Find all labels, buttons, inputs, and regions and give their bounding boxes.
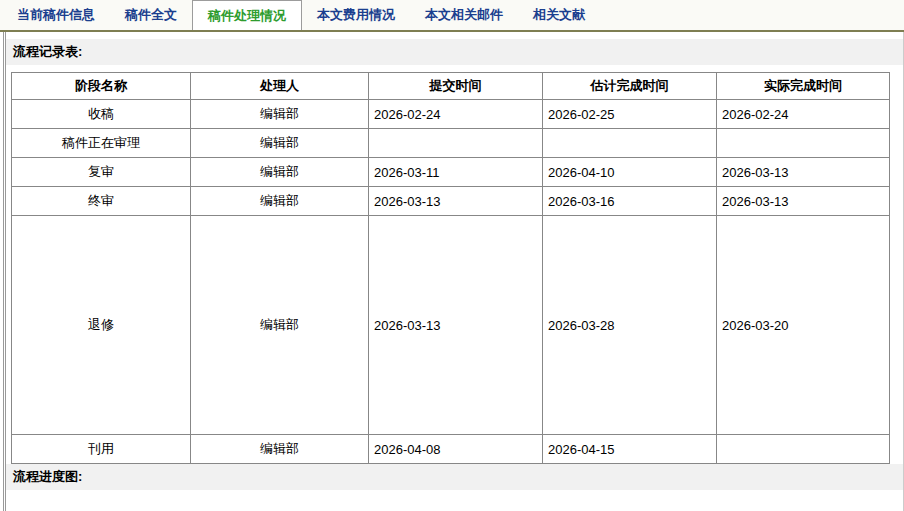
submit-time-cell [369,129,543,158]
estimated-time-cell: 2026-03-16 [543,187,717,216]
table-body: 收稿 编辑部 2026-02-24 2026-02-25 2026-02-24 … [12,100,890,464]
estimated-time-cell: 2026-04-10 [543,158,717,187]
submit-time-cell: 2026-03-13 [369,216,543,435]
header-submit-time: 提交时间 [369,73,543,100]
actual-time-cell [717,435,890,464]
header-actual-completion-time: 实际完成时间 [717,73,890,100]
handler-cell: 编辑部 [191,100,369,129]
actual-time-cell: 2026-03-13 [717,158,890,187]
handler-cell: 编辑部 [191,187,369,216]
tab-related-literature[interactable]: 相关文献 [518,0,600,30]
table-row: 终审 编辑部 2026-03-13 2026-03-16 2026-03-13 [12,187,890,216]
tab-current-manuscript-info[interactable]: 当前稿件信息 [2,0,110,30]
actual-time-cell [717,129,890,158]
section-label-process-record-table: 流程记录表: [6,39,903,65]
tab-manuscript-fulltext[interactable]: 稿件全文 [110,0,192,30]
tab-related-emails[interactable]: 本文相关邮件 [410,0,518,30]
section-label-process-progress-chart: 流程进度图: [6,464,903,490]
submit-time-cell: 2026-03-13 [369,187,543,216]
handler-cell: 编辑部 [191,129,369,158]
stage-cell: 收稿 [12,100,191,129]
handler-cell: 编辑部 [191,158,369,187]
estimated-time-cell: 2026-02-25 [543,100,717,129]
table-header-row: 阶段名称 处理人 提交时间 估计完成时间 实际完成时间 [12,73,890,100]
stage-cell: 复审 [12,158,191,187]
actual-time-cell: 2026-02-24 [717,100,890,129]
tab-fee-status[interactable]: 本文费用情况 [302,0,410,30]
tab-bar: 当前稿件信息 稿件全文 稿件处理情况 本文费用情况 本文相关邮件 相关文献 [0,0,904,30]
table-row: 刊用 编辑部 2026-04-08 2026-04-15 [12,435,890,464]
table-row: 退修 编辑部 2026-03-13 2026-03-28 2026-03-20 [12,216,890,435]
tab-manuscript-processing-status[interactable]: 稿件处理情况 [192,0,302,30]
estimated-time-cell [543,129,717,158]
handler-cell: 编辑部 [191,216,369,435]
actual-time-cell: 2026-03-20 [717,216,890,435]
stage-cell: 终审 [12,187,191,216]
table-row: 稿件正在审理 编辑部 [12,129,890,158]
stage-cell: 稿件正在审理 [12,129,191,158]
content-area: 流程记录表: 阶段名称 处理人 提交时间 估计完成时间 实际完成时间 收稿 编辑… [3,32,904,511]
table-row: 复审 编辑部 2026-03-11 2026-04-10 2026-03-13 [12,158,890,187]
estimated-time-cell: 2026-04-15 [543,435,717,464]
process-record-table: 阶段名称 处理人 提交时间 估计完成时间 实际完成时间 收稿 编辑部 2026-… [11,72,890,464]
stage-cell: 退修 [12,216,191,435]
submit-time-cell: 2026-04-08 [369,435,543,464]
header-handler: 处理人 [191,73,369,100]
header-stage-name: 阶段名称 [12,73,191,100]
actual-time-cell: 2026-03-13 [717,187,890,216]
header-estimated-completion-time: 估计完成时间 [543,73,717,100]
stage-cell: 刊用 [12,435,191,464]
table-row: 收稿 编辑部 2026-02-24 2026-02-25 2026-02-24 [12,100,890,129]
submit-time-cell: 2026-03-11 [369,158,543,187]
estimated-time-cell: 2026-03-28 [543,216,717,435]
handler-cell: 编辑部 [191,435,369,464]
submit-time-cell: 2026-02-24 [369,100,543,129]
